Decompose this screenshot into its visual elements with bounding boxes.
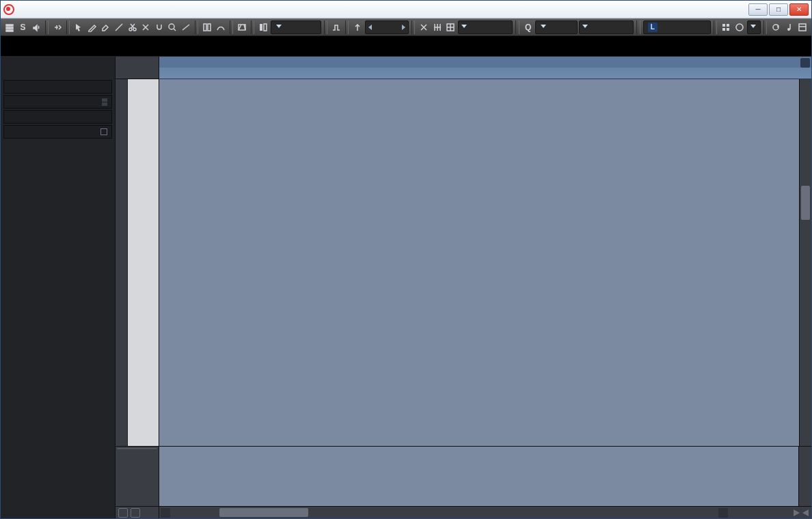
loop-icon[interactable] [770, 20, 782, 34]
length-quantize-field[interactable]: L [643, 20, 711, 34]
length-badge-icon: L [648, 23, 658, 32]
controller-lane-tools[interactable] [799, 447, 811, 506]
controller-lane-header[interactable] [116, 447, 159, 506]
quantize-menu[interactable] [579, 20, 634, 34]
dropdown-icon [541, 25, 546, 30]
autoscroll-icon[interactable] [215, 20, 227, 34]
value-increase-icon[interactable] [402, 25, 405, 30]
infobar [1, 36, 811, 57]
key-editor-window: ─ □ ✕ S [0, 0, 812, 519]
insert-velocity-icon[interactable] [351, 20, 364, 34]
menu-icon[interactable] [3, 20, 16, 34]
svg-point-5 [169, 24, 174, 29]
ruler-corner [116, 57, 159, 79]
ruler-end-marker-icon[interactable] [800, 58, 810, 68]
svg-rect-14 [722, 28, 725, 31]
svg-rect-18 [799, 24, 806, 31]
grid-row [116, 79, 811, 446]
minimize-button[interactable]: ─ [748, 3, 768, 16]
horizontal-scrollbar[interactable] [172, 507, 717, 518]
snap-menu[interactable] [458, 20, 513, 34]
scrollbar-thumb[interactable] [801, 186, 810, 220]
svg-rect-7 [208, 24, 211, 31]
overlap-row[interactable] [3, 110, 112, 124]
split-tool-icon[interactable] [126, 20, 139, 34]
svg-rect-15 [727, 28, 729, 31]
dropdown-icon [582, 25, 588, 30]
color-menu-icon[interactable] [733, 20, 746, 34]
solo-icon[interactable]: S [17, 20, 29, 34]
edit-active-part-icon[interactable] [257, 20, 269, 34]
scroll-right-icon[interactable] [718, 508, 728, 518]
draw-tool-icon[interactable] [86, 20, 98, 34]
zoom-vertical-icon[interactable] [802, 509, 809, 516]
svg-rect-9 [260, 24, 262, 31]
color-picker[interactable] [747, 20, 761, 34]
lane-presets-icon[interactable] [131, 508, 140, 518]
note-display-icon[interactable] [783, 20, 796, 34]
value-decrease-icon[interactable] [368, 25, 372, 30]
insert-velocity-field[interactable] [365, 20, 409, 34]
lane-add-controls [116, 507, 159, 518]
mute-tool-icon[interactable] [139, 20, 152, 34]
zoom-horizontal-icon[interactable] [794, 509, 800, 516]
inspector-sidebar [1, 57, 116, 518]
ruler-row [116, 57, 811, 79]
between-selected-dropdown[interactable] [3, 125, 112, 139]
insert-velocity-input[interactable] [374, 23, 400, 31]
trim-tool-icon[interactable] [113, 20, 125, 34]
svg-rect-12 [722, 24, 725, 27]
maximize-button[interactable]: □ [769, 3, 788, 16]
show-part-borders-icon[interactable] [236, 20, 248, 34]
add-lane-icon[interactable] [118, 508, 128, 518]
main-area [1, 57, 811, 518]
close-button[interactable]: ✕ [789, 3, 809, 16]
event-colors-icon[interactable] [720, 20, 732, 34]
zoom-controls [729, 507, 811, 518]
pointer-tool-icon[interactable] [72, 20, 85, 34]
snap-toggle-icon[interactable] [418, 20, 430, 34]
titlebar[interactable]: ─ □ ✕ [1, 1, 811, 18]
toolbar: S [1, 18, 811, 36]
piano-keyboard[interactable] [116, 79, 159, 446]
zoom-tool-icon[interactable] [167, 20, 179, 34]
step-input-icon[interactable] [330, 20, 342, 34]
acoustic-feedback-icon[interactable] [30, 20, 42, 34]
horizontal-scroll-row [116, 506, 811, 518]
current-part-field[interactable] [271, 20, 321, 34]
dropdown-icon [276, 25, 282, 30]
svg-rect-6 [204, 24, 206, 31]
window-buttons: ─ □ ✕ [748, 3, 809, 16]
grid-type-icon[interactable] [445, 20, 457, 34]
svg-rect-2 [6, 30, 13, 31]
line-tool-icon[interactable] [180, 20, 192, 34]
dropdown-icon [100, 128, 107, 135]
scrollbar-thumb[interactable] [219, 508, 308, 517]
dropdown-icon [461, 25, 467, 30]
vertical-scrollbar[interactable] [799, 79, 811, 446]
note-grid[interactable] [159, 79, 799, 446]
spinner-icon[interactable] [102, 98, 107, 106]
erase-tool-icon[interactable] [100, 20, 112, 34]
timewarp-icon[interactable] [201, 20, 213, 34]
svg-rect-13 [727, 24, 729, 27]
snap-type-icon[interactable] [431, 20, 444, 34]
svg-point-16 [736, 24, 743, 31]
svg-rect-1 [6, 27, 13, 29]
legato-adjust-row[interactable] [3, 95, 112, 109]
svg-point-3 [129, 28, 132, 31]
quantize-apply-icon[interactable]: Q [522, 20, 534, 34]
editor [116, 57, 811, 518]
legato-label-row [3, 80, 112, 94]
velocity-lane[interactable] [159, 447, 799, 506]
svg-rect-0 [6, 25, 13, 26]
dropdown-icon [750, 25, 756, 30]
timeline-ruler[interactable] [159, 57, 811, 79]
window-layout-icon[interactable] [797, 20, 809, 34]
glue-tool-icon[interactable] [153, 20, 165, 34]
controller-lane [116, 446, 811, 506]
app-icon [3, 4, 14, 15]
insert-mode-icon[interactable] [51, 20, 64, 34]
quantize-preset-field[interactable] [535, 20, 578, 34]
scroll-left-icon[interactable] [161, 508, 170, 518]
